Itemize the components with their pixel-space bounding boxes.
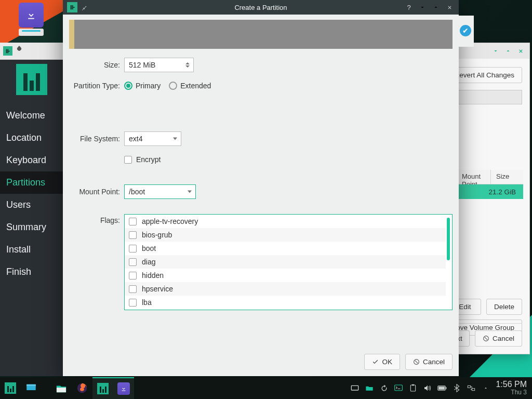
mount-point-label: Mount Point: xyxy=(69,188,124,196)
encrypt-label: Encrypt xyxy=(136,155,161,164)
firefox-button[interactable] xyxy=(72,377,92,399)
pin-icon[interactable] xyxy=(81,4,88,11)
maximize-icon[interactable] xyxy=(432,3,440,11)
step-welcome[interactable]: Welcome xyxy=(0,104,63,127)
file-manager-button[interactable] xyxy=(51,377,72,399)
radio-primary-label: Primary xyxy=(136,82,161,90)
radio-extended[interactable]: Extended xyxy=(169,82,211,90)
step-install[interactable]: Install xyxy=(0,238,63,261)
svg-rect-3 xyxy=(26,384,36,386)
flag-item[interactable]: apple-tv-recovery xyxy=(125,215,446,228)
size-label: Size: xyxy=(69,61,124,69)
delete-button[interactable]: Delete xyxy=(486,299,522,315)
svg-rect-13 xyxy=(468,385,471,388)
flag-label: hpservice xyxy=(142,285,173,293)
partition-table-header: Mount Point Size xyxy=(457,170,523,184)
spin-down-icon[interactable] xyxy=(185,65,190,68)
check-icon xyxy=(372,358,379,365)
tray-network-icon[interactable] xyxy=(467,383,476,393)
mount-point-combo[interactable]: /boot xyxy=(124,184,196,199)
partition-size-bar[interactable] xyxy=(69,20,453,49)
step-partitions[interactable]: Partitions xyxy=(0,171,63,194)
row-size-value: 21.2 GiB xyxy=(488,188,516,196)
manjaro-icon xyxy=(5,382,16,394)
step-location[interactable]: Location xyxy=(0,127,63,149)
background-badge: ✔ xyxy=(459,16,474,47)
system-tray xyxy=(350,383,493,393)
cancel-icon xyxy=(413,358,420,365)
tray-expand-icon[interactable] xyxy=(481,383,490,393)
tray-volume-icon[interactable] xyxy=(423,383,432,393)
close-icon[interactable] xyxy=(517,47,524,55)
flag-label: lba xyxy=(142,298,152,307)
manjaro-icon xyxy=(97,383,109,394)
minimize-icon[interactable] xyxy=(418,3,427,11)
svg-rect-12 xyxy=(438,387,445,390)
step-summary[interactable]: Summary xyxy=(0,216,63,238)
installer-cancel-label: Cancel xyxy=(493,335,514,342)
help-icon[interactable]: ? xyxy=(405,3,413,11)
task-install-media[interactable] xyxy=(113,377,134,399)
flag-label: boot xyxy=(142,244,156,252)
manjaro-icon: ⊪ xyxy=(67,2,77,12)
filesystem-value: ext4 xyxy=(129,135,142,143)
step-finish[interactable]: Finish xyxy=(0,261,63,283)
step-users[interactable]: Users xyxy=(0,194,63,216)
svg-rect-4 xyxy=(57,388,66,392)
clock-time: 1:56 PM xyxy=(496,380,527,389)
flag-item[interactable]: boot xyxy=(125,242,446,255)
show-desktop-button[interactable] xyxy=(21,377,42,399)
filesystem-label: File System: xyxy=(69,135,124,143)
flag-item[interactable]: lba xyxy=(125,296,446,309)
pin-icon[interactable] xyxy=(14,46,24,56)
radio-primary[interactable]: Primary xyxy=(124,82,161,90)
tray-update-icon[interactable] xyxy=(379,383,389,393)
encrypt-checkbox[interactable]: Encrypt xyxy=(124,155,161,164)
tray-folder-icon[interactable] xyxy=(365,383,374,393)
installer-cancel-button[interactable]: Cancel xyxy=(475,330,522,347)
desktop-installer-icon[interactable] xyxy=(15,3,48,36)
tray-clipboard-icon[interactable] xyxy=(408,383,418,393)
ok-button[interactable]: OK xyxy=(364,354,400,370)
close-icon[interactable] xyxy=(445,3,454,11)
info-badge-icon: ✔ xyxy=(460,25,471,36)
size-value: 512 MiB xyxy=(129,61,155,69)
tray-display-icon[interactable] xyxy=(350,383,360,393)
radio-extended-label: Extended xyxy=(180,82,211,90)
dialog-titlebar[interactable]: ⊪ Create a Partition ? xyxy=(63,0,459,15)
svg-rect-11 xyxy=(446,387,446,389)
tray-bluetooth-icon[interactable] xyxy=(452,383,461,393)
flag-item[interactable]: hidden xyxy=(125,269,446,282)
flag-label: bios-grub xyxy=(142,231,172,239)
flag-label: hidden xyxy=(142,271,164,280)
dialog-cancel-button[interactable]: Cancel xyxy=(405,354,453,370)
installer-sidebar: Welcome Location Keyboard Partitions Use… xyxy=(0,60,63,283)
taskbar: 1:56 PM Thu 3 xyxy=(0,377,532,399)
taskbar-clock[interactable]: 1:56 PM Thu 3 xyxy=(493,380,532,395)
maximize-icon[interactable] xyxy=(504,47,512,55)
col-mount-point: Mount Point xyxy=(457,170,491,184)
step-keyboard[interactable]: Keyboard xyxy=(0,149,63,171)
flags-scrollbar[interactable] xyxy=(447,218,450,260)
svg-rect-7 xyxy=(395,385,403,391)
minimize-icon[interactable] xyxy=(492,47,499,55)
spin-up-icon[interactable] xyxy=(185,62,190,64)
task-installer[interactable] xyxy=(92,377,113,399)
svg-rect-9 xyxy=(412,384,414,386)
start-menu-button[interactable] xyxy=(0,377,21,399)
cancel-label: Cancel xyxy=(423,358,445,366)
svg-rect-8 xyxy=(411,385,416,391)
size-spinbox[interactable]: 512 MiB xyxy=(124,58,194,72)
flag-item[interactable]: bios-grub xyxy=(125,228,446,242)
tray-battery-icon[interactable] xyxy=(437,383,447,393)
flag-item[interactable]: diag xyxy=(125,255,446,269)
filesystem-combo[interactable]: ext4 xyxy=(124,131,181,146)
download-icon xyxy=(26,10,36,20)
partition-row-selected[interactable]: 21.2 GiB xyxy=(450,184,523,199)
flag-item[interactable]: hpservice xyxy=(125,282,446,296)
manjaro-icon: ⊪ xyxy=(3,46,12,56)
flags-listbox[interactable]: apple-tv-recovery bios-grub boot diag hi… xyxy=(124,214,453,310)
tray-terminal-icon[interactable] xyxy=(394,383,403,393)
ok-label: OK xyxy=(382,358,392,366)
cancel-icon xyxy=(483,335,489,342)
